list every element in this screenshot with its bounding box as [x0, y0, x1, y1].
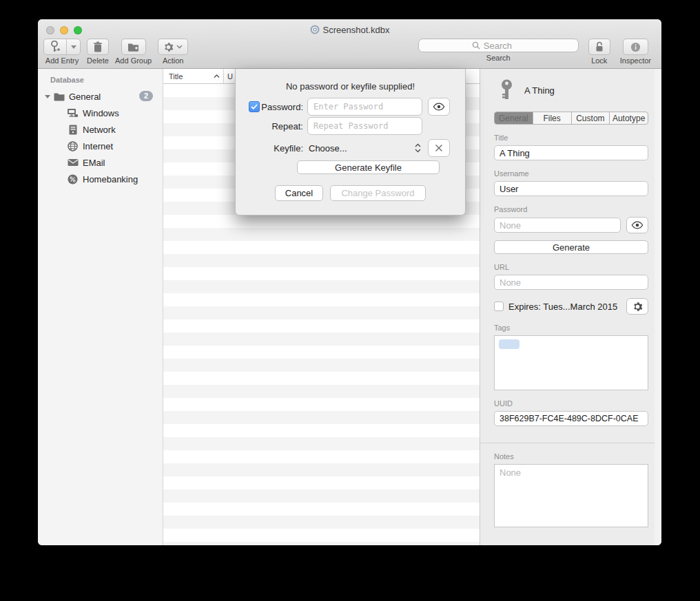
search-item: Search	[418, 39, 579, 62]
tab-files[interactable]: Files	[533, 112, 572, 124]
repeat-label: Repeat:	[260, 121, 307, 131]
sort-asc-icon	[214, 74, 220, 78]
uuid-field[interactable]	[494, 411, 648, 426]
tags-label: Tags	[494, 324, 661, 332]
trash-icon	[93, 41, 103, 52]
reveal-password-button[interactable]	[626, 217, 648, 233]
chevron-down-icon	[71, 45, 76, 49]
sidebar-item-network[interactable]: Network	[38, 121, 163, 138]
expires-checkbox[interactable]	[494, 302, 504, 311]
sidebar-item-internet[interactable]: Internet	[38, 138, 163, 154]
uuid-label: UUID	[494, 399, 661, 408]
app-window: Screenshot.kdbx Add Entry	[38, 19, 661, 545]
inspector-panel: A Thing General Files Custom Autotype Ti…	[480, 69, 661, 545]
generate-keyfile-button[interactable]: Generate Keyfile	[297, 160, 440, 174]
sidebar-item-email[interactable]: EMail	[38, 154, 163, 171]
expires-label: Expires: Tues...March 2015	[508, 302, 626, 312]
tab-general[interactable]: General	[495, 112, 533, 124]
add-group-button[interactable]	[121, 39, 146, 55]
title-label: Title	[494, 134, 661, 142]
inspector-label: Inspector	[620, 56, 651, 65]
lock-label: Lock	[591, 56, 607, 65]
password-label: Password	[494, 205, 661, 213]
column-label: Title	[169, 72, 183, 81]
search-input[interactable]	[484, 41, 525, 51]
check-icon	[251, 104, 258, 109]
lock-item: Lock	[588, 39, 610, 65]
toolbar-right: Search Lock Inspec	[418, 39, 651, 65]
tab-custom[interactable]: Custom	[572, 112, 610, 124]
delete-button[interactable]	[87, 39, 109, 55]
sidebar-item-label: Internet	[83, 141, 113, 151]
inspector-item: Inspector	[620, 39, 651, 65]
add-entry-button[interactable]	[43, 39, 81, 55]
dialog-password-label: Password:	[260, 102, 307, 112]
tab-autotype[interactable]: Autotype	[610, 112, 648, 124]
inspector-scrollbar[interactable]	[655, 69, 661, 545]
expires-row: Expires: Tues...March 2015	[494, 298, 648, 315]
inspector-button[interactable]	[623, 39, 648, 55]
delete-item: Delete	[87, 39, 109, 65]
notes-field[interactable]	[494, 464, 648, 527]
inspector-tabs: General Files Custom Autotype	[494, 112, 648, 125]
sheet-message: No password or keyfile supplied!	[236, 81, 465, 92]
sidebar-item-label: Windows	[83, 108, 119, 118]
keyfile-popup[interactable]: Choose...	[307, 143, 422, 154]
gear-icon	[632, 302, 643, 312]
info-icon	[630, 42, 641, 52]
keyfile-value: Choose...	[309, 143, 347, 154]
sidebar-item-general[interactable]: General 2	[38, 88, 163, 105]
column-header-username[interactable]: U	[224, 72, 233, 81]
envelope-icon	[67, 157, 79, 169]
reveal-dialog-password-button[interactable]	[428, 98, 450, 116]
search-field[interactable]	[418, 39, 579, 52]
titlebar-toolbar: Screenshot.kdbx Add Entry	[38, 19, 661, 69]
repeat-password-input[interactable]	[307, 117, 422, 135]
change-password-button[interactable]: Change Password	[330, 185, 426, 201]
sidebar-item-label: EMail	[83, 158, 105, 168]
percent-icon	[67, 173, 79, 185]
sidebar-item-label: Network	[83, 125, 116, 135]
url-label: URL	[494, 263, 661, 271]
eye-icon	[433, 103, 445, 111]
lock-button[interactable]	[588, 39, 610, 55]
password-checkbox[interactable]	[249, 101, 260, 112]
sidebar: Database General 2 Windows	[38, 69, 163, 545]
add-entry-dropdown[interactable]	[67, 39, 80, 54]
expires-settings-button[interactable]	[626, 298, 648, 315]
action-button[interactable]	[158, 39, 188, 55]
lock-open-icon	[595, 41, 604, 52]
password-field[interactable]	[494, 218, 621, 233]
key-plus-icon[interactable]	[44, 39, 67, 54]
column-label: U	[227, 72, 233, 81]
repeat-row: Repeat:	[236, 117, 465, 135]
password-row: Password:	[236, 98, 465, 116]
tags-box[interactable]	[494, 335, 648, 390]
globe-icon	[67, 140, 79, 152]
generate-password-button[interactable]: Generate	[494, 240, 648, 254]
window-title: Screenshot.kdbx	[323, 25, 390, 35]
sheet-buttons: Cancel Change Password	[236, 185, 465, 201]
delete-label: Delete	[87, 56, 109, 65]
enter-password-input[interactable]	[307, 98, 422, 116]
title-field[interactable]	[494, 145, 648, 160]
add-group-item: Add Group	[115, 39, 152, 65]
entry-title: A Thing	[524, 85, 555, 96]
sidebar-item-homebanking[interactable]: Homebanking	[38, 171, 163, 187]
count-badge: 2	[139, 91, 153, 101]
add-entry-item: Add Entry	[43, 39, 81, 65]
column-header-title[interactable]: Title	[163, 69, 224, 83]
cancel-button[interactable]: Cancel	[275, 185, 323, 201]
username-field[interactable]	[494, 181, 648, 196]
folder-plus-icon	[127, 42, 139, 52]
clear-keyfile-button[interactable]	[428, 139, 450, 157]
notes-label: Notes	[494, 452, 661, 461]
url-field[interactable]	[494, 275, 648, 290]
disclosure-triangle-icon[interactable]	[45, 95, 50, 98]
sidebar-item-windows[interactable]: Windows	[38, 105, 163, 121]
username-label: Username	[494, 169, 661, 178]
tag-pill[interactable]	[499, 339, 519, 349]
sidebar-header: Database	[38, 74, 163, 88]
chevron-down-icon	[176, 45, 183, 49]
keyfile-label: Keyfile:	[260, 143, 307, 154]
